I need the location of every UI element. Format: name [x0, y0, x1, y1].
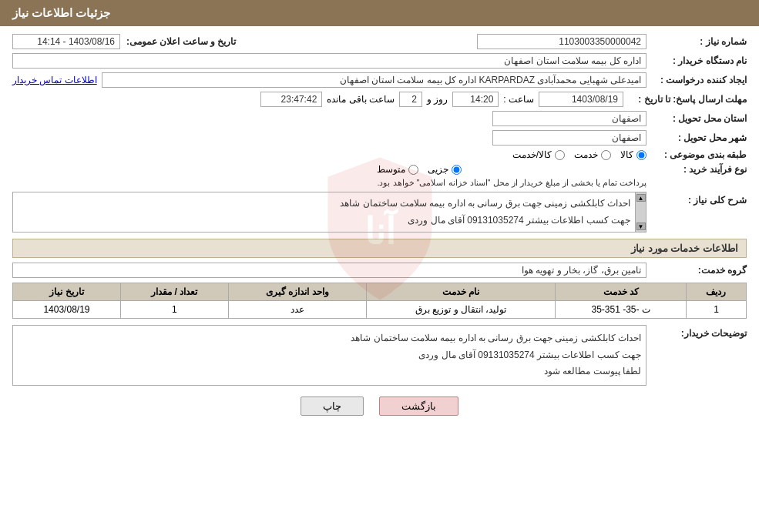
ostan-label: استان محل تحویل : [646, 113, 747, 124]
tabaghe-row: طبقه بندی موضوعی : کالا/خدمت خدمت کالا [12, 149, 747, 160]
ostan-row: استان محل تحویل : اصفهان [12, 111, 747, 126]
radio-kala[interactable]: کالا [620, 149, 646, 160]
shahr-label: شهر محل تحویل : [646, 132, 747, 143]
radio-motavaset[interactable]: متوسط [377, 164, 418, 175]
tabaghe-label: طبقه بندی موضوعی : [646, 149, 747, 160]
sharh-line1: احداث کابلکشی زمینی جهت برق رسانی به ادا… [16, 196, 630, 212]
name-dastgah-row: نام دستگاه خریدار : اداره کل بیمه سلامت … [12, 53, 747, 69]
table-cell-vahed: عدد [228, 301, 366, 319]
page-header: جزئیات اطلاعات نیاز [0, 0, 759, 26]
tozihat-row: توضیحات خریدار: احداث کابلکشی زمینی جهت … [12, 325, 747, 386]
radio-kala-khadamat-label: کالا/خدمت [512, 149, 552, 160]
col-tedad: تعداد / مقدار [120, 283, 228, 301]
table-cell-name: تولید، انتقال و توزیع برق [366, 301, 556, 319]
noe-farayand-row: نوع فرآیند خرید : متوسط جزیی پرداخت تمام… [12, 164, 747, 188]
scroll-up-btn[interactable]: ▲ [636, 194, 646, 202]
shahr-row: شهر محل تحویل : اصفهان [12, 130, 747, 146]
ostan-value: اصفهان [492, 111, 646, 126]
radio-jezee-input[interactable] [452, 165, 462, 175]
mohlet-date: 1403/08/19 [539, 92, 623, 107]
col-radif: ردیف [686, 283, 746, 301]
shomare-niaz-row: شماره نیاز : 1103003350000042 تاریخ و سا… [12, 34, 747, 49]
col-tarikh: تاریخ نیاز [13, 283, 121, 301]
sharh-content: احداث کابلکشی زمینی جهت برق رسانی به ادا… [13, 192, 646, 232]
name-dastgah-label: نام دستگاه خریدار : [646, 55, 747, 66]
services-table: ردیف کد خدمت نام خدمت واحد اندازه گیری ت… [12, 283, 747, 319]
radio-kala-khadamat[interactable]: کالا/خدمت [512, 149, 565, 160]
mohlet-saat: 14:20 [452, 92, 499, 107]
button-row: بازگشت چاپ [12, 396, 747, 416]
table-cell-tedad: 1 [120, 301, 228, 319]
ijad-konande-label: ایجاد کننده درخواست : [646, 75, 747, 85]
scroll-down-btn[interactable]: ▼ [636, 223, 646, 230]
noe-farayand-radio-group: متوسط جزیی [377, 164, 646, 175]
gorohe-label: گروه خدمت: [646, 265, 747, 276]
gorohe-row: گروه خدمت: تامین برق، گاز، بخار و تهویه … [12, 263, 747, 278]
chap-button[interactable]: چاپ [301, 396, 364, 416]
tarikh-elan-label: تاریخ و ساعت اعلان عمومی: [120, 36, 236, 47]
sharh-line2: جهت کسب اطلاعات بیشتر 09131035274 آقای م… [16, 212, 630, 229]
name-dastgah-value: اداره کل بیمه سلامت استان اصفهان [12, 53, 646, 69]
radio-motavaset-label: متوسط [377, 164, 405, 175]
shomare-niaz-value: 1103003350000042 [477, 34, 646, 49]
sharh-scrollbar[interactable]: ▲ ▼ [635, 192, 646, 232]
tarikh-elan-value: 1403/08/16 - 14:14 [12, 34, 120, 49]
gorohe-value: تامین برق، گاز، بخار و تهویه هوا [12, 263, 646, 278]
mohlet-mande: 23:47:42 [260, 92, 322, 107]
page-title: جزئیات اطلاعات نیاز [12, 6, 110, 19]
radio-jezee[interactable]: جزیی [428, 164, 462, 175]
tozihat-line3: لطفا پیوست مطالعه شود [18, 363, 641, 380]
shahr-value: اصفهان [492, 130, 646, 146]
table-cell-radif: 1 [686, 301, 746, 319]
khadamat-section-title: اطلاعات خدمات مورد نیاز [12, 239, 747, 258]
contact-link[interactable]: اطلاعات تماس خریدار [12, 75, 97, 85]
saat-label: ساعت : [503, 94, 534, 105]
radio-kala-label: کالا [620, 149, 633, 160]
radio-jezee-label: جزیی [428, 164, 448, 175]
mohlet-row: مهلت ارسال پاسخ: تا تاریخ : 1403/08/19 س… [12, 92, 747, 107]
mohlet-rooz: 2 [399, 92, 422, 107]
main-content: آنا شماره نیاز : 1103003350000042 تاریخ … [0, 26, 759, 431]
col-name: نام خدمت [366, 283, 556, 301]
radio-khadamat-input[interactable] [601, 150, 611, 160]
radio-khadamat[interactable]: خدمت [574, 149, 611, 160]
noe-farayand-content: متوسط جزیی پرداخت تمام یا بخشی از مبلغ خ… [377, 164, 646, 188]
tozihat-box: احداث کابلکشی زمینی جهت برق رسانی به ادا… [12, 325, 646, 386]
sharh-scroll-box: احداث کابلکشی زمینی جهت برق رسانی به ادا… [12, 192, 646, 233]
ijad-konande-value: امیدعلی شهبایی محمدآبادی KARPARDAZ اداره… [102, 72, 646, 88]
bazgasht-button[interactable]: بازگشت [379, 396, 458, 416]
radio-kala-input[interactable] [636, 150, 646, 160]
mohlet-label: مهلت ارسال پاسخ: تا تاریخ : [623, 94, 747, 105]
ijad-konande-row: ایجاد کننده درخواست : امیدعلی شهبایی محم… [12, 72, 747, 88]
sharh-label: شرح کلی نیاز : [646, 192, 747, 206]
tozihat-label: توضیحات خریدار: [646, 325, 747, 339]
radio-khadamat-label: خدمت [574, 149, 598, 160]
shomare-niaz-label: شماره نیاز : [646, 36, 747, 47]
radio-kala-khadamat-input[interactable] [555, 150, 565, 160]
radio-motavaset-input[interactable] [408, 165, 418, 175]
tozihat-line2: جهت کسب اطلاعات بیشتر 09131035274 آقای م… [18, 347, 641, 364]
col-vahed: واحد اندازه گیری [228, 283, 366, 301]
noe-farayand-label: نوع فرآیند خرید : [646, 164, 747, 175]
rooz-label: روز و [427, 94, 448, 105]
table-cell-kod: ت -35- 351-35 [556, 301, 687, 319]
tabaghe-radio-group: کالا/خدمت خدمت کالا [512, 149, 646, 160]
table-cell-tarikh: 1403/08/19 [13, 301, 121, 319]
noe-farayand-desc: پرداخت تمام یا بخشی از مبلغ خریدار از مح… [377, 178, 646, 188]
col-kod: کد خدمت [556, 283, 687, 301]
table-row: 1ت -35- 351-35تولید، انتقال و توزیع برقع… [13, 301, 747, 319]
mande-label: ساعت باقی مانده [327, 94, 395, 105]
sharh-row: شرح کلی نیاز : احداث کابلکشی زمینی جهت ب… [12, 192, 747, 233]
tozihat-line1: احداث کابلکشی زمینی جهت برق رسانی به ادا… [18, 330, 641, 347]
